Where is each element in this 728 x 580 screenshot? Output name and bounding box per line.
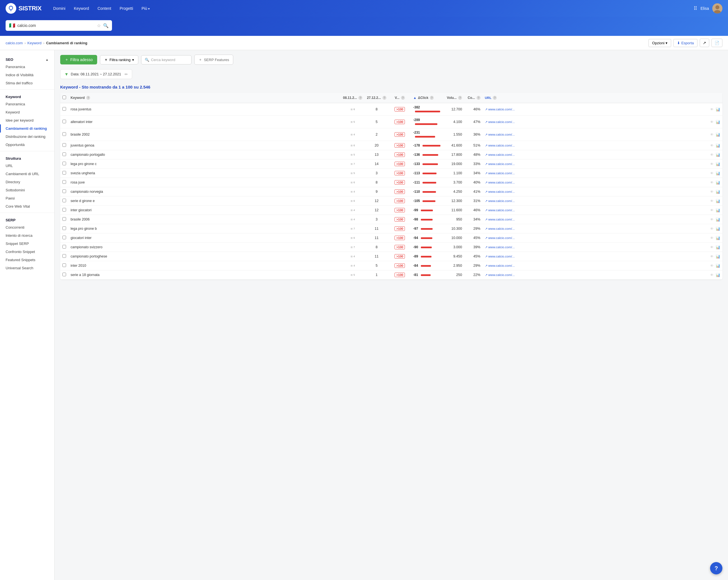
- eye-icon[interactable]: 👁: [710, 264, 714, 268]
- url-link[interactable]: www.calcio.com/...: [488, 172, 515, 175]
- url-link[interactable]: www.calcio.com/...: [488, 273, 515, 277]
- avatar[interactable]: [712, 3, 722, 14]
- chart-icon[interactable]: 📊: [716, 144, 720, 148]
- chart-icon[interactable]: 📊: [716, 162, 720, 166]
- eye-icon[interactable]: 👁: [710, 236, 714, 240]
- url-link[interactable]: www.calcio.com/...: [488, 108, 515, 111]
- breadcrumb-keyword[interactable]: Keyword: [27, 41, 42, 45]
- chart-icon[interactable]: 📊: [716, 190, 720, 194]
- breadcrumb-home[interactable]: calcio.com: [6, 41, 23, 45]
- eye-icon[interactable]: 👁: [710, 190, 714, 194]
- row-checkbox[interactable]: [62, 199, 66, 202]
- row-checkbox[interactable]: [62, 226, 66, 230]
- eye-icon[interactable]: 👁: [710, 208, 714, 212]
- esporta-button[interactable]: ⬇ Esporta: [673, 39, 698, 47]
- th-v[interactable]: V... ?: [389, 93, 411, 103]
- eye-icon[interactable]: 👁: [710, 144, 714, 148]
- row-checkbox[interactable]: [62, 245, 66, 249]
- cost-help[interactable]: ?: [476, 96, 480, 100]
- chart-icon[interactable]: 📊: [716, 132, 720, 137]
- eye-icon[interactable]: 👁: [710, 162, 714, 166]
- url-link[interactable]: www.calcio.com/...: [488, 120, 515, 124]
- row-checkbox[interactable]: [62, 273, 66, 276]
- url-link[interactable]: www.calcio.com/...: [488, 227, 515, 230]
- eye-icon[interactable]: 👁: [710, 245, 714, 249]
- row-checkbox[interactable]: [62, 254, 66, 258]
- eye-icon[interactable]: 👁: [710, 153, 714, 157]
- th-url[interactable]: URL ?: [483, 93, 706, 103]
- serp-features-button[interactable]: ＋ SERP Features: [194, 55, 233, 65]
- url-link[interactable]: www.calcio.com/...: [488, 181, 515, 184]
- sidebar-item-directory[interactable]: Directory: [0, 178, 54, 186]
- nav-keyword[interactable]: Keyword: [71, 4, 93, 12]
- url-link[interactable]: www.calcio.com/...: [488, 199, 515, 203]
- eye-icon[interactable]: 👁: [710, 132, 714, 137]
- v-help[interactable]: ?: [401, 96, 405, 100]
- grid-icon[interactable]: ⠿: [694, 5, 697, 11]
- url-link[interactable]: www.calcio.com/...: [488, 255, 515, 258]
- row-checkbox[interactable]: [62, 120, 66, 123]
- row-checkbox[interactable]: [62, 143, 66, 147]
- star-icon[interactable]: ☆: [97, 23, 101, 28]
- th-volume[interactable]: Volu... ?: [445, 93, 465, 103]
- keyword-help[interactable]: ?: [86, 96, 90, 100]
- chart-icon[interactable]: 📊: [716, 171, 720, 175]
- chart-icon[interactable]: 📊: [716, 245, 720, 249]
- sidebar-item-core-web-vital[interactable]: Core Web Vital: [0, 202, 54, 210]
- sidebar-item-distribuzione[interactable]: Distribuzione del ranking: [0, 132, 54, 141]
- row-checkbox[interactable]: [62, 171, 66, 175]
- share-button[interactable]: ↗: [700, 39, 709, 47]
- url-link[interactable]: www.calcio.com/...: [488, 153, 515, 156]
- filtra-adesso-button[interactable]: ＋ Filtra adesso: [60, 55, 97, 65]
- opzioni-button[interactable]: Opzioni ▾: [648, 39, 671, 47]
- row-checkbox[interactable]: [62, 208, 66, 211]
- sidebar-item-cambiamenti[interactable]: Cambiamenti di ranking: [0, 124, 54, 132]
- row-checkbox[interactable]: [62, 263, 66, 267]
- sidebar-item-featured-snippets[interactable]: Featured Snippets: [0, 256, 54, 264]
- sidebar-item-cambiamenti-url[interactable]: Cambiamenti di URL: [0, 170, 54, 178]
- eye-icon[interactable]: 👁: [710, 180, 714, 185]
- chart-icon[interactable]: 📊: [716, 264, 720, 268]
- sidebar-item-intento[interactable]: Intento di ricerca: [0, 231, 54, 239]
- filtra-ranking-button[interactable]: ▼ Filtra ranking ▾: [100, 55, 138, 65]
- row-checkbox[interactable]: [62, 152, 66, 156]
- url-link[interactable]: www.calcio.com/...: [488, 236, 515, 239]
- delta-help[interactable]: ?: [430, 96, 434, 100]
- cerca-keyword-field[interactable]: 🔍 Cerca keyword: [141, 55, 191, 65]
- sidebar-item-opportunita[interactable]: Opportunità: [0, 141, 54, 149]
- nav-piu[interactable]: Più: [138, 4, 153, 12]
- chart-icon[interactable]: 📊: [716, 227, 720, 231]
- nav-domini[interactable]: Domini: [50, 4, 69, 12]
- eye-icon[interactable]: 👁: [710, 254, 714, 259]
- chart-icon[interactable]: 📊: [716, 120, 720, 124]
- th-keyword[interactable]: Keyword ?: [68, 93, 341, 103]
- sidebar-item-sottodomini[interactable]: Sottodomini: [0, 186, 54, 194]
- eye-icon[interactable]: 👁: [710, 218, 714, 222]
- chart-icon[interactable]: 📊: [716, 236, 720, 240]
- sidebar-item-panoramica-kw[interactable]: Panoramica: [0, 100, 54, 108]
- chart-icon[interactable]: 📊: [716, 273, 720, 277]
- logo[interactable]: SISTRIX: [6, 3, 42, 14]
- sidebar-item-traffico[interactable]: Stima del traffico: [0, 79, 54, 87]
- date-edit-icon[interactable]: ✏: [125, 72, 128, 76]
- sidebar-item-idee[interactable]: Idee per keyword: [0, 116, 54, 124]
- eye-icon[interactable]: 👁: [710, 227, 714, 231]
- nav-progetti[interactable]: Progetti: [116, 4, 136, 12]
- eye-icon[interactable]: 👁: [710, 107, 714, 111]
- select-all-checkbox[interactable]: [62, 96, 66, 99]
- row-checkbox[interactable]: [62, 236, 66, 239]
- search-input[interactable]: [17, 23, 95, 28]
- sidebar-item-url[interactable]: URL: [0, 162, 54, 170]
- row-checkbox[interactable]: [62, 162, 66, 165]
- chart-icon[interactable]: 📊: [716, 180, 720, 185]
- th-cost[interactable]: Co... ?: [465, 93, 483, 103]
- url-help[interactable]: ?: [493, 96, 497, 100]
- url-link[interactable]: www.calcio.com/...: [488, 246, 515, 249]
- chart-icon[interactable]: 📊: [716, 107, 720, 111]
- eye-icon[interactable]: 👁: [710, 273, 714, 277]
- eye-icon[interactable]: 👁: [710, 199, 714, 203]
- url-link[interactable]: www.calcio.com/...: [488, 144, 515, 147]
- search-icon[interactable]: 🔍: [103, 23, 109, 28]
- sidebar-item-snippet-serp[interactable]: Snippet SERP: [0, 239, 54, 248]
- eye-icon[interactable]: 👁: [710, 171, 714, 175]
